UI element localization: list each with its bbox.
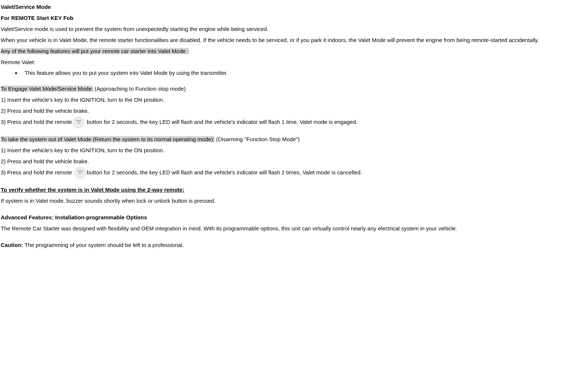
highlight-text: Any of the following features will put y… [1,48,189,54]
engine-start-stop-button-icon [73,116,84,128]
step-text-before: 3) Press and hold the remote [1,119,72,125]
highlight-text: To take the system out of Valet Mode (Re… [1,136,215,142]
engage-heading: To Engage Valet Mode/Service Mode: (Appr… [1,83,587,94]
step-text-before: 3) Press and hold the remote [1,169,74,175]
takeout-heading: To take the system out of Valet Mode (Re… [1,134,587,145]
caution-line: Caution: The programming of your system … [1,240,587,251]
bullet-list: This feature allows you to put your syst… [1,68,587,78]
caution-text: The programming of your system should be… [23,242,184,248]
valet-triggers-heading: Any of the following features will put y… [1,46,587,57]
takeout-step-1: 1) Insert the vehicle's key to the IGNIT… [1,145,587,156]
engage-step-2: 2) Press and hold the vehicle brake. [1,105,587,116]
takeout-step-2: 2) Press and hold the vehicle brake. [1,156,587,167]
verify-heading: To verify whether the system is in Valet… [1,184,587,195]
step-text-after: button for 2 seconds, the key LED will f… [85,119,357,125]
highlight-text: To Engage Valet Mode/Service Mode: [1,86,93,92]
caution-label: Caution: [1,242,23,248]
section-title-valet: Valet/Service Mode [1,1,587,13]
advanced-features-text: The Remote Car Starter was designed with… [1,223,587,234]
engage-step-1: 1) Insert the vehicle's key to the IGNIT… [1,94,587,105]
takeout-step-3: 3) Press and hold the remote button for … [1,167,587,179]
verify-text: If system is in Valet mode, buzzer sound… [1,195,587,206]
heading-suffix: (Disarming "Function Stop Mode") [215,136,300,142]
step-text-after: button for 2 seconds, the key LED will f… [87,169,362,175]
section-title-remote-fob: For REMOTE Start KEY Fob [1,13,587,24]
engage-step-3: 3) Press and hold the remote button for … [1,116,587,128]
heading-suffix: (Approaching to Function stop mode) [93,86,186,92]
bullet-item: This feature allows you to put your syst… [21,68,587,78]
intro-paragraph-1: Valet/Service mode is used to prevent th… [1,24,587,35]
engine-start-stop-button-icon [74,167,86,179]
remote-valet-label: Remote Valet: [1,57,587,68]
advanced-features-heading: Advanced Features: Installation-programm… [1,212,587,223]
intro-paragraph-2: When your vehicle is in Valet Mode, the … [1,35,587,46]
